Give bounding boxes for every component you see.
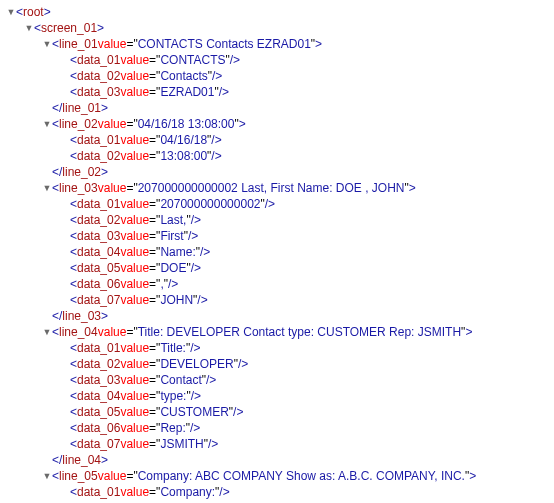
attribute-name: value [98, 468, 127, 484]
tree-row[interactable]: ▼<data_02 value="Last,"/> [6, 212, 548, 228]
self-close: /> [233, 404, 243, 420]
element-name: line_02 [62, 164, 101, 180]
tree-row[interactable]: ▼<data_02 value="Contacts"/> [6, 68, 548, 84]
tree-row[interactable]: ▼<line_05 value=" Company: ABC COMPANY S… [6, 468, 548, 484]
self-close: /> [212, 68, 222, 84]
element-name: data_03 [77, 372, 120, 388]
tree-row[interactable]: ▼<data_07 value="JOHN"/> [6, 292, 548, 308]
element-name: data_01 [77, 52, 120, 68]
equals-sign: = [149, 148, 156, 164]
expand-toggle-icon[interactable]: ▼ [42, 116, 52, 132]
self-close: /> [197, 292, 207, 308]
element-name: line_05 [59, 468, 98, 484]
expand-toggle-icon[interactable]: ▼ [6, 4, 16, 20]
tree-row[interactable]: ▼<data_03 value="First"/> [6, 228, 548, 244]
tree-row[interactable]: ▼<line_01 value=" CONTACTS Contacts EZRA… [6, 36, 548, 52]
angle-open: < [34, 20, 41, 36]
angle-open-slash: </ [52, 452, 62, 468]
tree-row[interactable]: ▼<data_01 value="CONTACTS"/> [6, 52, 548, 68]
attribute-value: CONTACTS [160, 52, 225, 68]
attribute-value: JOHN [160, 292, 193, 308]
tree-row[interactable]: ▼<data_04 value="type:"/> [6, 388, 548, 404]
element-name: data_07 [77, 292, 120, 308]
attribute-name: value [120, 52, 149, 68]
angle-close: > [101, 308, 108, 324]
tree-row[interactable]: ▼</line_03> [6, 308, 548, 324]
attribute-value: type: [160, 388, 186, 404]
tree-row[interactable]: ▼<data_05 value="DOE"/> [6, 260, 548, 276]
equals-sign: = [126, 468, 133, 484]
tree-row[interactable]: ▼<screen_01> [6, 20, 548, 36]
tree-row[interactable]: ▼<root> [6, 4, 548, 20]
attribute-name: value [120, 244, 149, 260]
angle-open: < [70, 388, 77, 404]
expand-toggle-icon[interactable]: ▼ [42, 324, 52, 340]
tree-row[interactable]: ▼<data_01 value="04/16/18"/> [6, 132, 548, 148]
attribute-value: JSMITH [160, 436, 203, 452]
expand-toggle-icon[interactable]: ▼ [42, 36, 52, 52]
angle-close: > [315, 36, 322, 52]
element-name: data_04 [77, 388, 120, 404]
angle-open: < [70, 436, 77, 452]
self-close: /> [206, 372, 216, 388]
element-name: line_04 [62, 452, 101, 468]
tree-row[interactable]: ▼<data_01 value="Title:"/> [6, 340, 548, 356]
attribute-name: value [120, 372, 149, 388]
tree-row[interactable]: ▼<line_04 value=" Title: DEVELOPER Conta… [6, 324, 548, 340]
element-name: screen_01 [41, 20, 97, 36]
attribute-value: CUSTOMER [160, 404, 228, 420]
tree-row[interactable]: ▼</line_04> [6, 452, 548, 468]
attribute-name: value [120, 436, 149, 452]
element-name: data_03 [77, 84, 120, 100]
tree-row[interactable]: ▼<data_02 value="DEVELOPER"/> [6, 356, 548, 372]
element-name: data_02 [77, 148, 120, 164]
tree-row[interactable]: ▼<data_05 value="CUSTOMER"/> [6, 404, 548, 420]
expand-toggle-icon[interactable]: ▼ [42, 468, 52, 484]
element-name: data_03 [77, 228, 120, 244]
tree-row[interactable]: ▼</line_01> [6, 100, 548, 116]
tree-row[interactable]: ▼<data_03 value="EZRAD01"/> [6, 84, 548, 100]
element-name: data_02 [77, 356, 120, 372]
equals-sign: = [149, 244, 156, 260]
tree-row[interactable]: ▼<data_06 value="Rep:"/> [6, 420, 548, 436]
tree-row[interactable]: ▼<data_01 value="207000000000002"/> [6, 196, 548, 212]
element-name: data_05 [77, 404, 120, 420]
tree-row[interactable]: ▼<data_04 value="Name:"/> [6, 244, 548, 260]
attribute-name: value [120, 228, 149, 244]
expand-toggle-icon[interactable]: ▼ [24, 20, 34, 36]
tree-row[interactable]: ▼<line_03 value=" 207000000000002 Last, … [6, 180, 548, 196]
angle-close: > [409, 180, 416, 196]
equals-sign: = [149, 436, 156, 452]
angle-open: < [70, 52, 77, 68]
self-close: /> [190, 420, 200, 436]
tree-row[interactable]: ▼<data_03 value="Contact"/> [6, 372, 548, 388]
attribute-value: 207000000000002 Last, First Name: DOE , … [138, 180, 405, 196]
element-name: data_05 [77, 260, 120, 276]
element-name: line_01 [62, 100, 101, 116]
angle-open: < [70, 212, 77, 228]
tree-row[interactable]: ▼<data_02 value="13:08:00"/> [6, 148, 548, 164]
attribute-value: DEVELOPER [160, 356, 233, 372]
expand-toggle-icon[interactable]: ▼ [42, 180, 52, 196]
angle-open: < [70, 84, 77, 100]
angle-close: > [465, 324, 472, 340]
angle-close: > [101, 100, 108, 116]
angle-open: < [70, 276, 77, 292]
attribute-name: value [120, 404, 149, 420]
tree-row[interactable]: ▼<data_06 value=","/> [6, 276, 548, 292]
attribute-name: value [120, 484, 149, 500]
equals-sign: = [149, 340, 156, 356]
angle-open: < [70, 196, 77, 212]
self-close: /> [190, 340, 200, 356]
equals-sign: = [126, 324, 133, 340]
angle-open: < [70, 228, 77, 244]
tree-row[interactable]: ▼<data_07 value="JSMITH"/> [6, 436, 548, 452]
angle-open: < [70, 68, 77, 84]
attribute-name: value [120, 276, 149, 292]
attribute-value: 04/16/18 [160, 132, 207, 148]
self-close: /> [230, 52, 240, 68]
angle-open: < [70, 420, 77, 436]
tree-row[interactable]: ▼<line_02 value=" 04/16/18 13:08:00"> [6, 116, 548, 132]
tree-row[interactable]: ▼</line_02> [6, 164, 548, 180]
tree-row[interactable]: ▼<data_01 value="Company:"/> [6, 484, 548, 500]
